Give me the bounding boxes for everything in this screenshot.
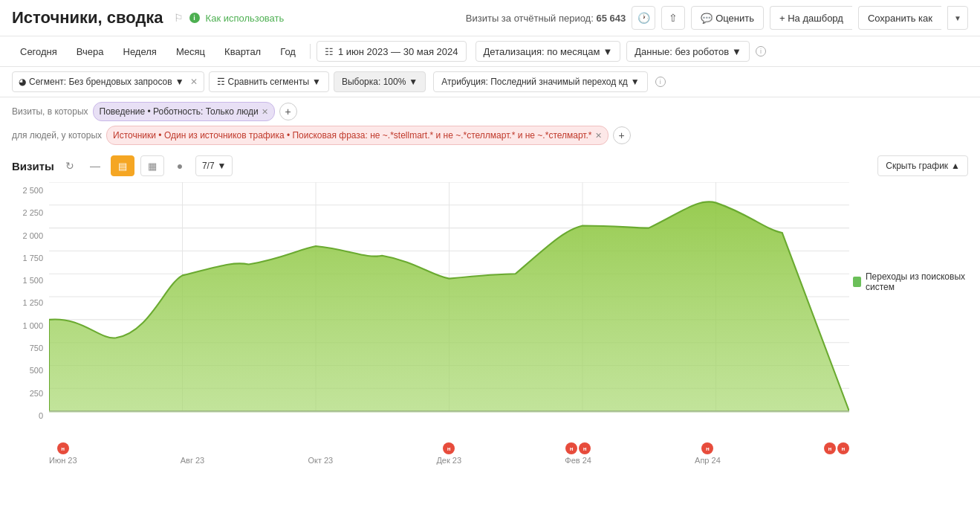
legend-item-1[interactable]: Переходы из поисковых систем [853, 271, 968, 292]
segment-tag[interactable]: ◕ Сегмент: Без брендовых запросов ▼ ✕ [12, 71, 204, 92]
legend-label-1: Переходы из поисковых систем [866, 271, 968, 292]
x-label-oct23: Окт 23 [308, 456, 333, 465]
chevron-up-icon: ▲ [951, 161, 960, 171]
segment-dropdown-icon: ▼ [175, 77, 184, 87]
period-separator [310, 44, 311, 59]
chevron-down-icon: ▼ [603, 46, 612, 57]
period-info-icon[interactable]: i [756, 46, 766, 57]
segment-icon: ◕ [19, 77, 26, 87]
dashboard-btn[interactable]: + На дашборд [770, 6, 852, 30]
add-filter-2-btn[interactable]: + [613, 126, 631, 144]
chevron-down-icon: ▼ [732, 46, 742, 57]
chart-area: 2 500 2 250 2 000 1 750 1 500 1 250 1 00… [12, 182, 968, 465]
bar-chart-icon: ▦ [148, 161, 157, 172]
top-bar: Источники, сводка ⚐ i Как использовать В… [0, 0, 980, 36]
filter-row-1: Визиты, в которых Поведение • Роботность… [12, 102, 968, 121]
chevron-down-icon: ▼ [312, 77, 321, 87]
calendar-icon: ☷ [325, 46, 334, 57]
save-dropdown-btn[interactable]: ▼ [947, 6, 968, 30]
x-marker-dec23[interactable]: н [443, 442, 455, 454]
chart-title: Визиты [12, 160, 54, 173]
hide-chart-btn[interactable]: Скрыть график ▲ [877, 155, 968, 176]
filter-tag-1-close[interactable]: ✕ [262, 107, 268, 117]
y-label-500: 500 [12, 366, 49, 375]
how-to-use-link[interactable]: Как использовать [206, 13, 285, 24]
y-label-1500: 1 500 [12, 276, 49, 285]
legend-checkbox-1[interactable] [853, 277, 861, 287]
y-axis: 2 500 2 250 2 000 1 750 1 500 1 250 1 00… [12, 182, 49, 420]
filter-tag-2[interactable]: Источники • Один из источников трафика •… [106, 126, 608, 145]
x-marker-mar24[interactable]: н [701, 442, 713, 454]
period-bar: Сегодня Вчера Неделя Месяц Квартал Год ☷… [0, 36, 980, 67]
x-marker-apr24b[interactable]: н [824, 442, 836, 454]
compare-btn[interactable]: ☶ Сравнить сегменты ▼ [209, 71, 329, 92]
period-week[interactable]: Неделя [115, 41, 165, 62]
filter-row1-label: Визиты, в которых [12, 106, 88, 117]
attr-btn[interactable]: Атрибуция: Последний значимый переход кд… [433, 71, 647, 92]
chart-legend: Переходы из поисковых систем [853, 271, 968, 292]
chevron-down-icon: ▼ [409, 77, 418, 87]
data-btn[interactable]: Данные: без роботов ▼ [626, 41, 750, 62]
y-label-750: 750 [12, 344, 49, 352]
x-marker-jan24[interactable]: н [579, 442, 591, 454]
chart-area-type-btn[interactable]: ▤ [111, 155, 134, 176]
y-label-1750: 1 750 [12, 254, 49, 262]
x-marker-nov23[interactable]: н [565, 442, 577, 454]
x-marker-may24[interactable]: н [837, 442, 849, 454]
x-label-jun23: Июн 23 [49, 456, 77, 465]
period-yesterday[interactable]: Вчера [68, 41, 112, 62]
chart-refresh-icon-btn[interactable]: ↻ [60, 156, 79, 175]
clock-icon-btn[interactable]: 🕐 [632, 6, 655, 30]
segment-close-btn[interactable]: ✕ [187, 77, 198, 87]
filter-tag-1[interactable]: Поведение • Роботность: Только люди ✕ [93, 102, 275, 121]
period-month[interactable]: Месяц [168, 41, 213, 62]
date-range-btn[interactable]: ☷ 1 июн 2023 — 30 мая 2024 [317, 41, 467, 62]
y-label-0: 0 [12, 411, 49, 420]
add-filter-1-btn[interactable]: + [279, 103, 297, 120]
area-chart-icon: ▤ [118, 161, 127, 172]
visits-label: Визиты за отчётный период: 65 643 [466, 13, 626, 24]
bookmark-icon[interactable]: ⚐ [174, 12, 184, 24]
attr-info-icon[interactable]: i [655, 77, 666, 87]
save-btn[interactable]: Сохранить как [858, 6, 941, 30]
chart-header: Визиты ↻ — ▤ ▦ ● 7/7 ▼ Скрыть график ▲ [12, 155, 968, 176]
segment-bar: ◕ Сегмент: Без брендовых запросов ▼ ✕ ☶ … [0, 67, 980, 97]
x-label-dec23: Дек 23 [436, 456, 461, 465]
chart-minus-icon-btn[interactable]: — [85, 156, 105, 175]
rate-icon: 💬 [701, 13, 713, 24]
rate-btn[interactable]: 💬 Оценить [691, 6, 764, 30]
chevron-down-icon: ▼ [631, 77, 640, 87]
y-label-2500: 2 500 [12, 186, 49, 195]
detail-btn[interactable]: Детализация: по месяцам ▼ [476, 41, 621, 62]
chart-section: Визиты ↻ — ▤ ▦ ● 7/7 ▼ Скрыть график ▲ 2… [0, 149, 980, 465]
chevron-down-icon: ▼ [218, 161, 227, 171]
page-title: Источники, сводка [12, 8, 163, 28]
period-quarter[interactable]: Квартал [216, 41, 269, 62]
y-label-2000: 2 000 [12, 231, 49, 240]
export-icon-btn[interactable]: ⇧ [661, 6, 685, 30]
filter-row2-label: для людей, у которых [12, 130, 102, 141]
x-label-feb24: Фев 24 [565, 456, 591, 465]
y-label-2250: 2 250 [12, 208, 49, 217]
x-axis: н Июн 23 Авг 23 Окт 23 н Дек 23 н н Фев [49, 442, 849, 465]
x-marker-jun23[interactable]: н [57, 442, 69, 454]
filter-tag-2-close[interactable]: ✕ [595, 131, 602, 141]
visits-count: 65 643 [596, 13, 626, 24]
chart-dot-icon-btn[interactable]: ● [170, 156, 189, 175]
compare-icon: ☶ [217, 77, 225, 87]
chart-svg [49, 182, 849, 435]
chart-bar-type-btn[interactable]: ▦ [140, 155, 164, 176]
filter-row-2: для людей, у которых Источники • Один из… [12, 126, 968, 145]
y-label-250: 250 [12, 389, 49, 398]
period-year[interactable]: Год [272, 41, 304, 62]
x-label-apr24: Апр 24 [695, 456, 721, 465]
series-selector-btn[interactable]: 7/7 ▼ [195, 155, 233, 176]
period-today[interactable]: Сегодня [12, 41, 65, 62]
filter-bar: Визиты, в которых Поведение • Роботность… [0, 97, 980, 145]
info-dot: i [189, 13, 200, 23]
y-label-1000: 1 000 [12, 321, 49, 330]
x-label-aug23: Авг 23 [181, 456, 204, 465]
sample-btn[interactable]: Выборка: 100% ▼ [334, 71, 426, 92]
y-label-1250: 1 250 [12, 298, 49, 307]
